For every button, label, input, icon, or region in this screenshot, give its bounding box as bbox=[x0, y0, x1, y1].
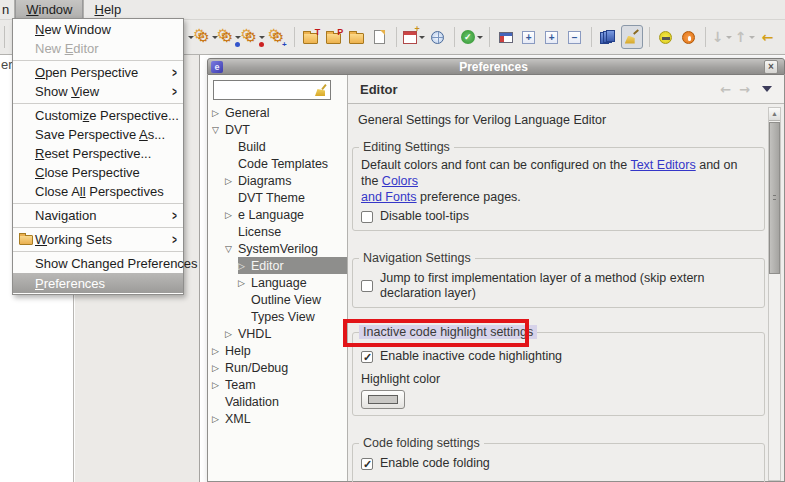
expander-icon[interactable]: ▷ bbox=[238, 278, 251, 288]
toolbar-divider bbox=[294, 27, 295, 47]
tree-item-xml[interactable]: ▷XML bbox=[208, 410, 347, 427]
expander-icon[interactable]: ▷ bbox=[225, 210, 238, 220]
tree-item-license[interactable]: License bbox=[208, 223, 347, 240]
disable-tooltips-checkbox[interactable] bbox=[361, 211, 373, 223]
text-editors-link[interactable]: Text Editors bbox=[630, 158, 695, 172]
menu-item-new-window[interactable]: New Window bbox=[13, 20, 183, 39]
highlight-color-button[interactable] bbox=[361, 390, 405, 409]
expander-icon[interactable]: ▷ bbox=[225, 176, 238, 186]
view-menu-icon[interactable] bbox=[762, 86, 772, 92]
expand-button[interactable]: + bbox=[542, 25, 562, 49]
tree-item-team[interactable]: ▷Team bbox=[208, 376, 347, 393]
menu-item-save-perspective-as[interactable]: Save Perspective As... bbox=[13, 125, 183, 144]
scrollbar[interactable]: ▲ bbox=[768, 107, 781, 481]
previous-annotation-button[interactable]: ↑ bbox=[735, 25, 755, 49]
toolbar-overflow-chevron-icon[interactable] bbox=[188, 36, 194, 39]
expander-icon[interactable]: ▷ bbox=[212, 363, 225, 373]
colors-link[interactable]: Colors bbox=[382, 174, 418, 188]
preferences-tree: ▷General ▽DVT Build Code Templates ▷Diag… bbox=[208, 104, 347, 427]
tree-item-validation[interactable]: Validation bbox=[208, 393, 347, 410]
check-run-button[interactable]: ✓ bbox=[461, 25, 483, 49]
warning-button[interactable] bbox=[679, 25, 699, 49]
tree-item-editor-selected[interactable]: ▷Editor bbox=[208, 257, 347, 274]
expand-all-button[interactable]: + bbox=[519, 25, 539, 49]
expander-icon[interactable]: ▷ bbox=[238, 261, 251, 271]
exit-ball-icon bbox=[659, 31, 672, 44]
tree-item-types-view[interactable]: Types View bbox=[208, 308, 347, 325]
jump-first-impl-checkbox[interactable] bbox=[361, 280, 373, 292]
table-view-button[interactable] bbox=[496, 25, 516, 49]
menu-run-partial[interactable]: n bbox=[0, 0, 14, 19]
window-menu: New Window New Editor Open Perspective> … bbox=[12, 18, 184, 295]
tree-item-help[interactable]: ▷Help bbox=[208, 342, 347, 359]
menu-item-show-view[interactable]: Show View> bbox=[13, 82, 183, 101]
expander-icon[interactable]: ▷ bbox=[225, 329, 238, 339]
clear-highlight-button[interactable] bbox=[621, 25, 643, 49]
tree-item-general[interactable]: ▷General bbox=[208, 104, 347, 121]
back-button[interactable]: ← bbox=[758, 25, 778, 49]
tree-item-dvt-theme[interactable]: DVT Theme bbox=[208, 189, 347, 206]
menu-item-open-perspective[interactable]: Open Perspective> bbox=[13, 63, 183, 82]
menu-item-close-perspective[interactable]: Close Perspective bbox=[13, 163, 183, 182]
build-gears-button[interactable]: ⚙ bbox=[197, 25, 218, 49]
filter-search-input[interactable] bbox=[214, 82, 314, 100]
expander-icon[interactable]: ▷ bbox=[212, 380, 225, 390]
menu-item-navigation[interactable]: Navigation> bbox=[13, 206, 183, 225]
menu-item-show-changed-preferences[interactable]: Show Changed Preferences bbox=[13, 254, 183, 273]
menu-item-preferences[interactable]: Preferences bbox=[13, 273, 183, 293]
history-back-icon[interactable]: ← bbox=[720, 83, 731, 96]
expand-icon: + bbox=[545, 31, 558, 44]
scroll-thumb[interactable] bbox=[769, 122, 780, 274]
collapse-all-button[interactable]: − bbox=[565, 25, 585, 49]
enable-code-folding-checkbox[interactable] bbox=[361, 458, 373, 470]
clear-filter-broom-icon[interactable] bbox=[315, 84, 328, 97]
enable-inactive-highlight-checkbox[interactable] bbox=[361, 351, 373, 363]
rebuild-gears-button[interactable]: ⚙ bbox=[221, 25, 242, 49]
next-annotation-button[interactable]: ↓ bbox=[712, 25, 732, 49]
open-folder-button[interactable] bbox=[347, 25, 367, 49]
tree-item-e-language[interactable]: ▷e Language bbox=[208, 206, 347, 223]
menu-item-reset-perspective[interactable]: Reset Perspective... bbox=[13, 144, 183, 163]
group-legend-highlighted: Inactive code highlight settings bbox=[359, 325, 537, 339]
tree-item-outline-view[interactable]: Outline View bbox=[208, 291, 347, 308]
menu-help[interactable]: Help bbox=[84, 0, 131, 19]
forward-button[interactable]: → bbox=[781, 25, 785, 49]
expander-icon[interactable]: ▷ bbox=[212, 108, 225, 118]
new-window-button[interactable] bbox=[403, 25, 425, 49]
menu-bar: n Window Help bbox=[0, 0, 785, 20]
expander-icon[interactable]: ▷ bbox=[212, 346, 225, 356]
toolbar-divider bbox=[705, 27, 706, 47]
history-forward-icon[interactable]: → bbox=[739, 83, 750, 96]
tree-item-run-debug[interactable]: ▷Run/Debug bbox=[208, 359, 347, 376]
expander-icon[interactable]: ▽ bbox=[212, 125, 225, 135]
expander-icon[interactable]: ▷ bbox=[212, 414, 225, 424]
menu-item-new-editor[interactable]: New Editor bbox=[13, 39, 183, 58]
exit-button[interactable] bbox=[656, 25, 676, 49]
expander-icon[interactable]: ▽ bbox=[225, 244, 238, 254]
menu-item-customize-perspective[interactable]: Customize Perspective... bbox=[13, 106, 183, 125]
close-icon[interactable]: × bbox=[764, 60, 778, 74]
stop-build-gears-button[interactable]: ⚙ bbox=[244, 25, 265, 49]
tree-item-language[interactable]: ▷Language bbox=[208, 274, 347, 291]
add-build-gears-button[interactable]: ⚙+ bbox=[268, 25, 288, 49]
folder-t-button[interactable]: T bbox=[301, 25, 321, 49]
tree-item-diagrams[interactable]: ▷Diagrams bbox=[208, 172, 347, 189]
menu-item-working-sets[interactable]: Working Sets> bbox=[13, 230, 183, 249]
new-file-button[interactable] bbox=[370, 25, 390, 49]
globe-button[interactable] bbox=[428, 25, 448, 49]
menu-window[interactable]: Window bbox=[15, 0, 83, 19]
tree-item-code-templates[interactable]: Code Templates bbox=[208, 155, 347, 172]
tree-item-dvt[interactable]: ▽DVT bbox=[208, 121, 347, 138]
folder-p-button[interactable]: P bbox=[324, 25, 344, 49]
and-fonts-link[interactable]: and Fonts bbox=[361, 190, 417, 204]
dialog-titlebar[interactable]: e Preferences × bbox=[207, 58, 785, 75]
menu-item-close-all-perspectives[interactable]: Close All Perspectives bbox=[13, 182, 183, 201]
tree-item-build[interactable]: Build bbox=[208, 138, 347, 155]
chevron-down-icon bbox=[212, 36, 218, 39]
working-sets-folder-icon bbox=[19, 235, 33, 245]
tree-item-systemverilog[interactable]: ▽SystemVerilog bbox=[208, 240, 347, 257]
stacked-views-button[interactable] bbox=[598, 25, 618, 49]
toolbar-divider bbox=[489, 27, 490, 47]
scroll-up-icon[interactable]: ▲ bbox=[769, 108, 780, 121]
tree-item-vhdl[interactable]: ▷VHDL bbox=[208, 325, 347, 342]
